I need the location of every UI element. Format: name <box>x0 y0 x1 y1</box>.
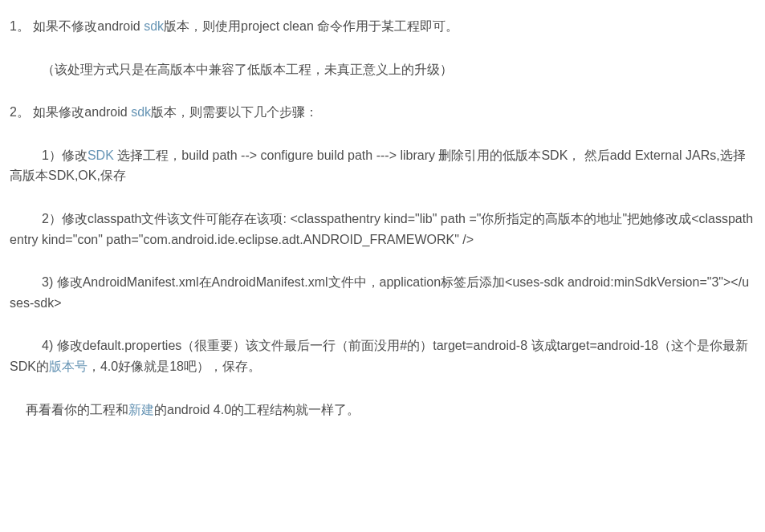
link-new-create[interactable]: 新建 <box>128 403 154 416</box>
text: 1）修改 <box>42 148 87 162</box>
text: 选择工程，build path --> configure build path… <box>10 148 746 183</box>
text: 版本，则需要以下几个步骤： <box>151 105 318 119</box>
link-sdk-2[interactable]: sdk <box>131 105 151 119</box>
paragraph-3: 2。 如果修改android sdk版本，则需要以下几个步骤： <box>10 102 755 123</box>
text: 再看看你的工程和 <box>26 403 128 416</box>
text: 2。 如果修改android <box>10 105 131 119</box>
text: 版本，则使用project clean 命令作用于某工程即可。 <box>164 19 458 33</box>
text: ，4.0好像就是18吧），保存。 <box>87 359 261 373</box>
text: 2）修改classpath文件该文件可能存在该项: <classpathentr… <box>10 212 753 246</box>
paragraph-8: 再看看你的工程和新建的android 4.0的工程结构就一样了。 <box>10 400 755 420</box>
link-version-number[interactable]: 版本号 <box>49 359 87 373</box>
paragraph-7: 4) 修改default.properties（很重要）该文件最后一行（前面没用… <box>10 335 755 376</box>
paragraph-4: 1）修改SDK 选择工程，build path --> configure bu… <box>10 145 755 186</box>
paragraph-2: （该处理方式只是在高版本中兼容了低版本工程，未真正意义上的升级） <box>10 59 755 80</box>
text: 的android 4.0的工程结构就一样了。 <box>154 403 360 416</box>
paragraph-1: 1。 如果不修改android sdk版本，则使用project clean 命… <box>10 16 755 37</box>
paragraph-6: 3) 修改AndroidManifest.xml在AndroidManifest… <box>10 272 755 313</box>
text: 1。 如果不修改android <box>10 19 144 33</box>
text: （该处理方式只是在高版本中兼容了低版本工程，未真正意义上的升级） <box>42 63 453 76</box>
link-sdk-3[interactable]: SDK <box>87 148 114 162</box>
link-sdk-1[interactable]: sdk <box>144 19 164 33</box>
paragraph-5: 2）修改classpath文件该文件可能存在该项: <classpathentr… <box>10 209 755 250</box>
text: 3) 修改AndroidManifest.xml在AndroidManifest… <box>10 275 749 310</box>
